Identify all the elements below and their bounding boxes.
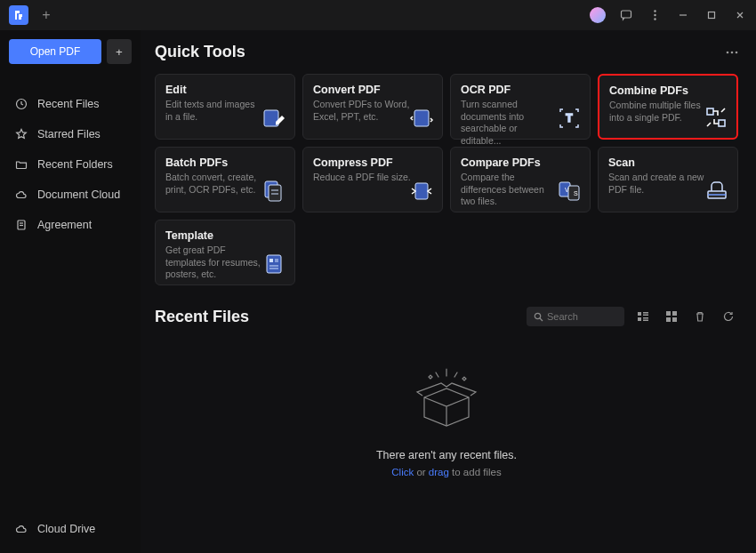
clock-icon	[14, 97, 28, 111]
compare-icon: VS	[556, 178, 583, 204]
tool-card-ocr[interactable]: OCR PDF Turn scanned documents into sear…	[450, 74, 591, 140]
drag-link[interactable]: drag	[429, 467, 449, 477]
svg-rect-41	[643, 317, 648, 319]
view-list-button[interactable]	[633, 307, 653, 326]
svg-line-36	[540, 318, 543, 321]
user-avatar[interactable]	[585, 3, 610, 28]
feedback-button[interactable]	[614, 3, 639, 28]
empty-or: or	[414, 467, 429, 477]
compress-icon	[408, 178, 435, 204]
quick-tools-title: Quick Tools	[155, 43, 245, 61]
search-input[interactable]	[547, 311, 614, 322]
tool-title: Edit	[165, 84, 285, 96]
tool-card-edit[interactable]: Edit Edit texts and images in a file.	[155, 74, 295, 140]
maximize-button[interactable]	[699, 3, 724, 28]
delete-button[interactable]	[690, 307, 710, 326]
batch-icon	[261, 178, 287, 204]
sidebar: Open PDF + Recent Files Starred Files Re…	[0, 30, 141, 553]
svg-point-12	[736, 51, 738, 53]
document-icon	[14, 218, 28, 232]
scan-icon	[704, 178, 730, 204]
svg-rect-43	[666, 311, 671, 316]
main-area: Quick Tools Edit Edit texts and images i…	[141, 30, 756, 553]
recent-files-header: Recent Files	[155, 307, 738, 326]
svg-text:V: V	[565, 187, 569, 193]
cloud-drive-icon	[14, 522, 28, 536]
tool-title: Batch PDFs	[165, 156, 285, 169]
minimize-button[interactable]	[671, 3, 696, 28]
svg-rect-0	[622, 11, 631, 18]
ocr-icon: T	[556, 105, 583, 132]
svg-rect-14	[414, 110, 429, 126]
tool-desc: Get great PDF templates for resumes, pos…	[165, 244, 263, 281]
click-link[interactable]: Click	[391, 467, 414, 477]
sidebar-item-label: Agreement	[37, 219, 92, 231]
tool-desc: Compare the differences between two file…	[461, 172, 559, 208]
tool-title: OCR PDF	[461, 84, 580, 96]
tool-desc: Edit texts and images in a file.	[165, 99, 263, 123]
svg-rect-42	[643, 320, 648, 322]
sidebar-item-recent-files[interactable]: Recent Files	[9, 89, 132, 119]
trash-icon	[694, 310, 706, 323]
new-tab-button[interactable]: +	[34, 3, 59, 28]
svg-point-1	[654, 10, 655, 12]
empty-message: There aren't any recent files.	[376, 449, 517, 461]
recent-files-controls	[527, 307, 738, 326]
open-pdf-button[interactable]: Open PDF	[9, 39, 101, 64]
svg-rect-19	[269, 185, 281, 201]
menu-button[interactable]	[642, 3, 667, 28]
quick-tools-header: Quick Tools	[155, 43, 738, 61]
svg-rect-45	[666, 317, 671, 322]
tool-title: Template	[165, 229, 285, 242]
template-icon	[261, 251, 287, 277]
svg-point-2	[654, 14, 655, 16]
svg-rect-29	[267, 255, 281, 273]
tool-card-template[interactable]: Template Get great PDF templates for res…	[155, 220, 295, 285]
edit-icon	[261, 105, 287, 132]
tool-desc: Reduce a PDF file size.	[313, 172, 411, 184]
combine-icon	[703, 104, 729, 131]
grid-icon	[665, 310, 678, 323]
tool-card-combine[interactable]: Combine PDFs Combine multiple files into…	[598, 74, 738, 140]
app-logo[interactable]	[9, 5, 28, 25]
maximize-icon	[706, 10, 717, 20]
refresh-icon	[722, 310, 735, 323]
svg-rect-22	[415, 183, 428, 199]
search-box[interactable]	[527, 307, 624, 326]
tool-card-convert[interactable]: Convert PDF Convert PDFs to Word, Excel,…	[302, 74, 443, 140]
empty-box-icon	[406, 362, 487, 433]
tool-desc: Batch convert, create, print, OCR PDFs, …	[165, 172, 263, 196]
tool-card-compress[interactable]: Compress PDF Reduce a PDF file size.	[302, 147, 443, 212]
empty-suffix: to add files	[449, 467, 502, 477]
svg-rect-16	[707, 108, 713, 115]
quick-tools-more-button[interactable]	[726, 51, 738, 54]
tool-title: Compress PDF	[313, 156, 432, 169]
tool-card-scan[interactable]: Scan Scan and create a new PDF file.	[598, 147, 738, 212]
close-button[interactable]	[728, 3, 752, 28]
svg-rect-44	[672, 311, 677, 316]
titlebar: +	[0, 0, 756, 30]
tool-card-batch[interactable]: Batch PDFs Batch convert, create, print,…	[155, 147, 295, 212]
svg-point-11	[731, 51, 734, 53]
cloud-icon	[14, 188, 28, 202]
sidebar-item-agreement[interactable]: Agreement	[9, 210, 132, 240]
sidebar-item-cloud-drive[interactable]: Cloud Drive	[9, 514, 132, 544]
titlebar-right	[585, 3, 752, 28]
close-icon	[735, 10, 745, 20]
sidebar-item-label: Cloud Drive	[37, 523, 95, 535]
svg-rect-39	[643, 315, 648, 317]
tool-card-compare[interactable]: Compare PDFs Compare the differences bet…	[450, 147, 591, 212]
view-grid-button[interactable]	[662, 307, 681, 326]
titlebar-left: +	[4, 3, 59, 28]
sidebar-item-starred-files[interactable]: Starred Files	[9, 119, 132, 149]
sidebar-item-document-cloud[interactable]: Document Cloud	[9, 180, 132, 210]
sidebar-top: Open PDF +	[9, 39, 132, 64]
tool-desc: Combine multiple files into a single PDF…	[609, 100, 707, 124]
folder-icon	[14, 157, 28, 172]
new-file-button[interactable]: +	[107, 39, 132, 64]
search-icon	[534, 312, 543, 322]
refresh-button[interactable]	[719, 307, 738, 326]
sidebar-item-recent-folders[interactable]: Recent Folders	[9, 149, 132, 180]
svg-point-3	[654, 18, 655, 20]
sidebar-item-label: Document Cloud	[37, 188, 120, 201]
